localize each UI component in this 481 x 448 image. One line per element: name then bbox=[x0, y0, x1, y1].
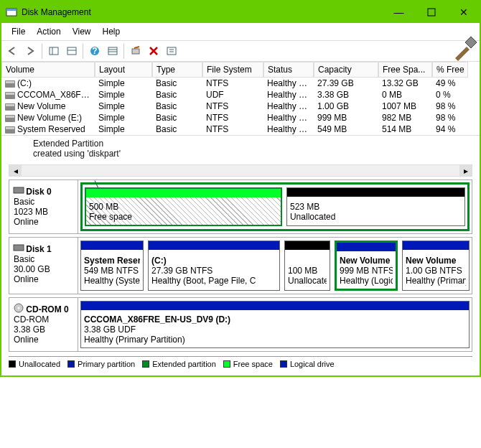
menu-view[interactable]: View bbox=[67, 24, 97, 39]
forward-button[interactable] bbox=[22, 43, 39, 59]
disk-info: CD-ROM 0 CD-ROM 3.38 GB Online bbox=[9, 298, 78, 351]
menu-action[interactable]: Action bbox=[31, 24, 66, 39]
drive-icon bbox=[5, 92, 15, 99]
disk-row-1[interactable]: Disk 1 Basic 30.00 GB Online System Rese… bbox=[9, 237, 472, 294]
partition-unalloc[interactable]: 100 MBUnallocate bbox=[284, 241, 330, 291]
svg-text:?: ? bbox=[92, 46, 97, 56]
swatch-free bbox=[223, 360, 230, 368]
disk-icon bbox=[14, 242, 24, 252]
menubar: File Action View Help bbox=[1, 23, 480, 41]
horizontal-scrollbar[interactable]: ◂ ▸ bbox=[9, 164, 472, 177]
disk-row-cdrom[interactable]: CD-ROM 0 CD-ROM 3.38 GB Online CCCOMA_X8… bbox=[9, 297, 472, 352]
table-row[interactable]: System ReservedSimpleBasicNTFSHealthy (S… bbox=[1, 123, 480, 135]
col-status[interactable]: Status bbox=[263, 62, 314, 78]
disk-info: Disk 1 Basic 30.00 GB Online bbox=[9, 238, 78, 294]
properties-button[interactable] bbox=[163, 43, 180, 59]
svg-point-19 bbox=[18, 307, 20, 309]
legend: Unallocated Primary partition Extended p… bbox=[9, 356, 472, 368]
list-view-button[interactable] bbox=[104, 43, 121, 59]
svg-rect-17 bbox=[14, 245, 24, 251]
svg-rect-2 bbox=[428, 9, 435, 16]
partition-free[interactable]: 500 MBFree space bbox=[85, 187, 282, 226]
table-row[interactable]: (C:)SimpleBasicNTFSHealthy (B...27.39 GB… bbox=[1, 78, 480, 89]
svg-rect-9 bbox=[108, 47, 117, 55]
back-button[interactable] bbox=[4, 43, 22, 59]
col-volume[interactable]: Volume bbox=[1, 62, 95, 78]
disk-info: Disk 0 Basic 1023 MB Online bbox=[9, 180, 78, 233]
table-row[interactable]: CCCOMA_X86FRE...SimpleBasicUDFHealthy (P… bbox=[1, 89, 480, 101]
col-free[interactable]: Free Spa... bbox=[378, 62, 432, 78]
table-row[interactable]: New Volume (E:)SimpleBasicNTFSHealthy (L… bbox=[1, 112, 480, 123]
annotation: Extended Partition created using 'diskpa… bbox=[1, 136, 480, 163]
help-button[interactable]: ? bbox=[86, 43, 103, 59]
menu-help[interactable]: Help bbox=[97, 24, 126, 39]
col-capacity[interactable]: Capacity bbox=[314, 62, 378, 78]
svg-rect-1 bbox=[6, 9, 17, 11]
titlebar: Disk Management — ✕ bbox=[1, 1, 480, 23]
minimize-button[interactable]: — bbox=[383, 1, 415, 23]
disk-icon bbox=[14, 185, 24, 195]
svg-rect-16 bbox=[14, 187, 24, 193]
drive-icon bbox=[5, 80, 15, 88]
swatch-extended bbox=[142, 360, 149, 368]
drive-icon bbox=[5, 103, 15, 111]
col-layout[interactable]: Layout bbox=[95, 62, 152, 78]
drive-icon bbox=[5, 126, 15, 134]
table-header: Volume Layout Type File System Status Ca… bbox=[1, 62, 480, 78]
col-pct[interactable]: % Free bbox=[432, 62, 468, 78]
delete-button[interactable] bbox=[145, 43, 162, 59]
partition-newvol[interactable]: New Volume1.00 GB NTFSHealthy (Primary bbox=[402, 241, 470, 291]
scroll-left[interactable]: ◂ bbox=[9, 165, 22, 176]
col-type[interactable]: Type bbox=[152, 62, 202, 78]
toolbar: ? bbox=[1, 41, 480, 62]
scan-button[interactable] bbox=[127, 43, 144, 59]
view-button-2[interactable] bbox=[63, 43, 80, 59]
close-button[interactable]: ✕ bbox=[447, 1, 480, 23]
svg-rect-3 bbox=[50, 47, 58, 55]
partition-c[interactable]: (C:)27.39 GB NTFSHealthy (Boot, Page Fil… bbox=[148, 241, 280, 291]
swatch-primary bbox=[67, 360, 75, 368]
volume-table: Volume Layout Type File System Status Ca… bbox=[1, 62, 480, 136]
drive-icon bbox=[5, 115, 15, 122]
swatch-unalloc bbox=[9, 360, 16, 368]
menu-file[interactable]: File bbox=[6, 24, 31, 39]
partition-system[interactable]: System Reserv549 MB NTFSHealthy (Syster bbox=[80, 241, 144, 291]
svg-rect-5 bbox=[67, 47, 76, 55]
hammer-icon bbox=[451, 37, 477, 62]
scroll-right[interactable]: ▸ bbox=[459, 165, 472, 176]
col-fs[interactable]: File System bbox=[202, 62, 263, 78]
window-title: Disk Management bbox=[22, 7, 383, 17]
table-row[interactable]: New VolumeSimpleBasicNTFSHealthy (P...1.… bbox=[1, 101, 480, 112]
partition-dvd[interactable]: CCCOMA_X86FRE_EN-US_DV9 (D:)3.38 GB UDFH… bbox=[80, 301, 470, 348]
maximize-button[interactable] bbox=[415, 1, 447, 23]
app-icon bbox=[6, 6, 17, 18]
partition-newvol-e[interactable]: New Volume (999 MB NTFSHealthy (Logica bbox=[335, 241, 398, 291]
disc-icon bbox=[14, 302, 24, 312]
svg-rect-12 bbox=[132, 49, 139, 54]
swatch-logical bbox=[280, 360, 287, 368]
disk-row-0[interactable]: Disk 0 Basic 1023 MB Online 500 MBFree s… bbox=[9, 179, 472, 234]
svg-rect-13 bbox=[167, 47, 176, 55]
partition-unallocated[interactable]: 523 MBUnallocated bbox=[286, 187, 465, 226]
view-button-1[interactable] bbox=[45, 43, 62, 59]
